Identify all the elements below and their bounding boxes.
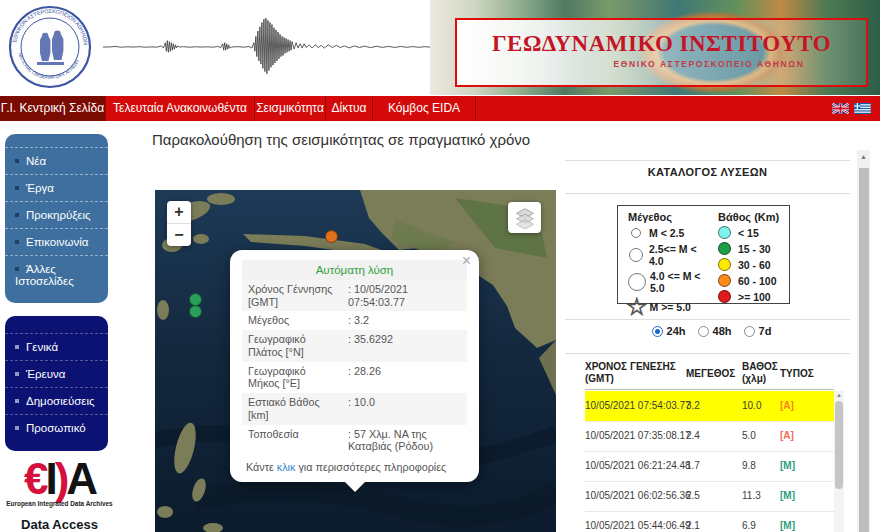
table-scrollbar-thumb[interactable] xyxy=(835,401,843,489)
panel-divider xyxy=(565,353,850,354)
magnitude-medium-circle-icon xyxy=(629,248,643,262)
zoom-in-button[interactable]: + xyxy=(167,201,191,224)
eida-logo[interactable]: €I)A European Integrated Data Archives xyxy=(2,458,117,507)
popup-value: : 57 Χλμ. ΝΑ της Καταβιάς (Ρόδου) xyxy=(344,425,467,456)
sidebar-item-label: Προκηρύξεις xyxy=(26,209,91,221)
page: ΕΘΝΙΚΟΝ ΑΣΤΕΡΟΣΚΟΠΕΙΟΝ ΑΘΗΝΩΝ NATIONAL O… xyxy=(0,0,880,532)
earthquake-row[interactable]: 10/05/2021 05:44:06.49 2.1 6.9 [M] xyxy=(585,511,834,532)
sidebar-item-research[interactable]: Έρευνα xyxy=(5,360,108,387)
nav-item-networks[interactable]: Δίκτυα xyxy=(325,96,372,121)
cell-type: [A] xyxy=(780,430,794,441)
depth-30-60-icon xyxy=(718,258,731,271)
nav-item-seismicity[interactable]: Σεισμικότητα xyxy=(254,96,325,121)
sidebar-item-label: Νέα xyxy=(26,155,46,167)
scroll-up-icon[interactable]: ▲ xyxy=(857,153,870,160)
legend-item: 60 - 100 xyxy=(718,274,788,287)
sidebar-item-news[interactable]: Νέα xyxy=(5,147,108,174)
nav-item-eida-node[interactable]: Κόμβος EIDA xyxy=(372,96,476,121)
english-flag-icon[interactable] xyxy=(832,103,849,114)
time-range-selector: 24h 48h 7d xyxy=(565,325,850,337)
solutions-catalog-title: ΚΑΤΑΛΟΓΟΣ ΛΥΣΕΩΝ xyxy=(565,166,850,178)
nav-item-announcements[interactable]: Τελευταία Ανακοινωθέντα xyxy=(105,96,254,121)
magnitude-small-circle-icon xyxy=(631,228,641,238)
popup-label: Εστιακό Βάθος [km] xyxy=(242,393,344,424)
depth-60-100-icon xyxy=(718,274,731,287)
legend-label: 30 - 60 xyxy=(738,259,771,271)
sidebar-item-staff[interactable]: Προσωπικό xyxy=(5,414,108,441)
popup-label: Χρόνος Γέννησης [GMT] xyxy=(242,280,344,311)
legend-label: 15 - 30 xyxy=(738,243,771,255)
zoom-out-button[interactable]: − xyxy=(167,224,191,246)
sidebar-item-other-sites[interactable]: Άλλες Ιστοσελίδες xyxy=(5,255,108,294)
radio-24h[interactable] xyxy=(652,326,663,337)
earthquake-row[interactable]: 10/05/2021 07:35:08.17 2.4 5.0 [A] xyxy=(585,421,834,452)
earthquake-marker-depth-15-30[interactable] xyxy=(189,305,202,318)
table-scrollbar[interactable]: ▲ xyxy=(834,391,844,532)
sidebar-item-publications[interactable]: Δημοσιεύσεις xyxy=(5,387,108,414)
sidebar-group-institute: Γενικά Έρευνα Δημοσιεύσεις Προσωπικό xyxy=(5,316,108,451)
cell-type: [A] xyxy=(780,400,794,411)
observatory-logo[interactable]: ΕΘΝΙΚΟΝ ΑΣΤΕΡΟΣΚΟΠΕΙΟΝ ΑΘΗΝΩΝ NATIONAL O… xyxy=(8,4,92,90)
page-scrollbar[interactable]: ▲ xyxy=(857,150,870,532)
popup-value: : 35.6292 xyxy=(344,330,467,361)
bullet-icon xyxy=(15,186,19,190)
column-header-time: ΧΡΟΝΟΣ ΓΕΝΕΣΗΣ (GMT) xyxy=(585,361,681,385)
legend-label: M >= 5.0 xyxy=(650,301,691,313)
popup-value: : 10.0 xyxy=(344,393,467,424)
cell-depth: 6.9 xyxy=(742,520,756,531)
seismicity-map[interactable]: + − × Αυτόματη λύση Χρόνος Γέννησης [GMT… xyxy=(155,190,556,532)
panel-divider xyxy=(565,319,850,320)
data-access-link[interactable]: Data Access xyxy=(2,517,117,532)
cell-type: [M] xyxy=(780,520,795,531)
cell-magnitude: 3.2 xyxy=(686,400,700,411)
cell-depth: 10.0 xyxy=(742,400,761,411)
close-icon[interactable]: × xyxy=(462,253,471,269)
brand-banner: ΓΕΩΔΥΝΑΜΙΚΟ ΙΝΣΤΙΤΟΥΤΟ ΕΘΝΙΚΟ ΑΣΤΕΡΟΣΚΟΠ… xyxy=(430,0,880,95)
radio-label-24h[interactable]: 24h xyxy=(667,325,686,337)
earthquake-row[interactable]: 10/05/2021 06:02:56.36 2.5 11.3 [M] xyxy=(585,481,834,512)
legend-item: >= 100 xyxy=(718,290,788,303)
legend-label: 2.5<= M < 4.0 xyxy=(649,243,714,267)
popup-label: Μέγεθος xyxy=(242,311,344,330)
earthquake-marker-depth-60-100[interactable] xyxy=(325,230,338,243)
radio-label-7d[interactable]: 7d xyxy=(759,325,772,337)
legend-item: 30 - 60 xyxy=(718,258,788,271)
cell-time: 10/05/2021 07:35:08.17 xyxy=(585,430,691,441)
map-layers-button[interactable] xyxy=(508,202,541,233)
page-scrollbar-thumb[interactable] xyxy=(859,168,869,532)
depth-15-30-icon xyxy=(718,242,731,255)
sidebar-item-projects[interactable]: Έργα xyxy=(5,174,108,201)
brand-title: ΓΕΩΔΥΝΑΜΙΚΟ ΙΝΣΤΙΤΟΥΤΟ xyxy=(457,31,866,57)
cell-time: 10/05/2021 07:54:03.77 xyxy=(585,400,691,411)
scroll-up-icon[interactable]: ▲ xyxy=(834,391,844,399)
radio-7d[interactable] xyxy=(744,326,755,337)
popup-title: Αυτόματη λύση xyxy=(242,260,467,280)
panel-divider xyxy=(565,160,850,161)
greek-flag-icon[interactable] xyxy=(854,103,871,114)
popup-footer-text: για περισσότερες πληροφορίες xyxy=(295,461,446,473)
cell-depth: 5.0 xyxy=(742,430,756,441)
map-legend: Μέγεθος M < 2.5 2.5<= M < 4.0 4.0 <= M <… xyxy=(617,205,790,304)
sidebar-item-calls[interactable]: Προκηρύξεις xyxy=(5,201,108,228)
column-header-magnitude: ΜΕΓΕΘΟΣ xyxy=(686,368,735,380)
radio-label-48h[interactable]: 48h xyxy=(713,325,732,337)
earthquake-row[interactable]: 10/05/2021 06:21:24.48 1.7 9.8 [M] xyxy=(585,451,834,482)
column-header-depth: ΒΑΘΟΣ (χλμ) xyxy=(742,361,782,385)
earthquake-row[interactable]: 10/05/2021 07:54:03.77 3.2 10.0 [A] xyxy=(585,391,834,422)
brand-subtitle: ΕΘΝΙΚΟ ΑΣΤΕΡΟΣΚΟΠΕΙΟ ΑΘΗΝΩΝ xyxy=(457,59,866,69)
radio-48h[interactable] xyxy=(698,326,709,337)
more-info-link[interactable]: κλικ xyxy=(277,461,296,473)
sidebar-item-generic[interactable]: Γενικά xyxy=(5,333,108,360)
legend-label: < 15 xyxy=(738,227,759,239)
cell-time: 10/05/2021 05:44:06.49 xyxy=(585,520,691,531)
cell-magnitude: 2.5 xyxy=(686,490,700,501)
sidebar-item-contact[interactable]: Επικοινωνία xyxy=(5,228,108,255)
legend-item: 4.0 <= M < 5.0 xyxy=(628,270,714,294)
cell-magnitude: 1.7 xyxy=(686,460,700,471)
legend-item: < 15 xyxy=(718,226,788,239)
nav-item-home[interactable]: Γ.Ι. Κεντρική Σελίδα xyxy=(0,96,105,121)
depth-lt15-icon xyxy=(718,226,731,239)
bullet-icon xyxy=(15,372,19,376)
popup-label: Τοποθεσία xyxy=(242,425,344,456)
popup-label: Γεωγραφικό Πλάτος [°N] xyxy=(242,330,344,361)
